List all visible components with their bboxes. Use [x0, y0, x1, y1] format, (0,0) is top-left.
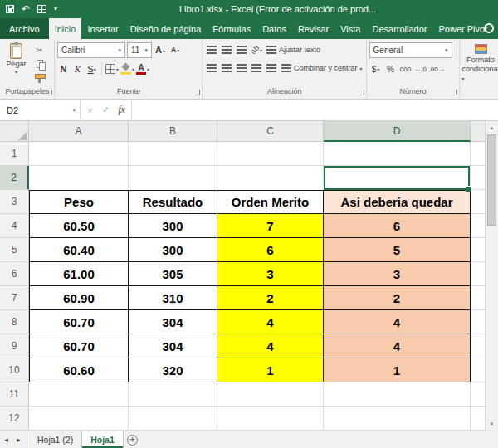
row-header-9[interactable]: 9 — [0, 334, 29, 358]
cell-C1[interactable] — [217, 142, 324, 166]
sheet-nav-right-button[interactable]: ▸ — [12, 431, 25, 448]
row-header-1[interactable]: 1 — [0, 142, 29, 166]
cell-D2-selected[interactable] — [324, 166, 471, 190]
merge-center-button[interactable]: Combinar y centrar▾ — [280, 61, 364, 75]
accounting-format-button[interactable]: $▾ — [369, 61, 383, 76]
row-header-3[interactable]: 3 — [0, 190, 29, 214]
select-all-corner[interactable] — [0, 121, 29, 142]
cell-D7[interactable]: 2 — [324, 286, 471, 310]
new-sheet-button[interactable]: + — [124, 431, 142, 448]
cell-D12[interactable] — [324, 407, 471, 431]
scrollbar-thumb[interactable] — [487, 134, 496, 226]
cell-A10[interactable]: 60.60 — [29, 358, 129, 382]
cell-B4[interactable]: 300 — [129, 214, 217, 238]
font-color-button[interactable]: A▾ — [136, 61, 149, 76]
cell-C11[interactable] — [217, 382, 324, 407]
cell-D9[interactable]: 4 — [324, 334, 471, 358]
cell-C3[interactable]: Orden Merito — [217, 190, 324, 214]
cell-B9[interactable]: 304 — [129, 334, 217, 358]
align-left-button[interactable] — [205, 61, 218, 75]
cell-C8[interactable]: 4 — [217, 310, 324, 334]
cell-D8[interactable]: 4 — [324, 310, 471, 334]
cell-C7[interactable]: 2 — [217, 286, 324, 310]
tab-inicio[interactable]: Inicio — [49, 18, 82, 39]
align-right-button[interactable] — [235, 61, 248, 75]
percent-style-button[interactable]: % — [384, 61, 398, 76]
orientation-button[interactable]: ab▾ — [250, 42, 263, 57]
formula-input[interactable] — [132, 100, 498, 120]
row-header-5[interactable]: 5 — [0, 238, 29, 262]
row-header-12[interactable]: 12 — [0, 407, 29, 431]
tab-archivo[interactable]: Archivo — [0, 18, 49, 39]
cell-A5[interactable]: 60.40 — [29, 238, 129, 262]
borders-button[interactable]: ▾ — [105, 61, 119, 76]
row-header-7[interactable]: 7 — [0, 286, 29, 310]
scroll-down-icon[interactable]: ▾ — [486, 421, 498, 427]
cell-C9[interactable]: 4 — [217, 334, 324, 358]
cell-D5[interactable]: 5 — [324, 238, 471, 262]
dialog-launcher-icon[interactable] — [46, 90, 52, 95]
cell-B11[interactable] — [129, 382, 217, 407]
cell-A4[interactable]: 60.50 — [29, 214, 129, 238]
column-header-B[interactable]: B — [129, 121, 217, 142]
align-bottom-button[interactable] — [235, 42, 248, 57]
increase-decimal-button[interactable]: ←.0 — [414, 61, 427, 76]
dialog-launcher-icon[interactable] — [359, 90, 364, 95]
paste-button[interactable]: Pegar ▾ — [2, 42, 30, 86]
name-box[interactable]: D2 ▾ — [0, 100, 81, 120]
undo-button[interactable]: ↶ — [22, 4, 30, 14]
sheet-nav-left-button[interactable]: ◂ — [0, 431, 12, 448]
column-header-D[interactable]: D — [324, 121, 471, 142]
row-header-4[interactable]: 4 — [0, 214, 29, 238]
cell-A11[interactable] — [29, 382, 129, 407]
row-header-8[interactable]: 8 — [0, 310, 29, 334]
cell-B2[interactable] — [129, 166, 217, 190]
column-header-A[interactable]: A — [29, 121, 129, 142]
enter-button[interactable]: ✓ — [98, 105, 114, 115]
decrease-decimal-button[interactable]: .00→ — [429, 61, 445, 76]
cell-A8[interactable]: 60.70 — [29, 310, 129, 334]
cell-D10[interactable]: 1 — [324, 358, 471, 382]
decrease-indent-button[interactable] — [250, 61, 263, 75]
cell-B8[interactable]: 304 — [129, 310, 217, 334]
tell-me-icon[interactable] — [484, 23, 494, 33]
align-middle-button[interactable] — [220, 42, 233, 57]
cell-A2[interactable] — [29, 166, 129, 190]
cell-C5[interactable]: 6 — [217, 238, 324, 262]
font-size-select[interactable]: 11 ▾ — [127, 42, 152, 58]
row-header-10[interactable]: 10 — [0, 358, 29, 382]
cell-A7[interactable]: 60.90 — [29, 286, 129, 310]
cell-D3[interactable]: Asi deberia quedar — [324, 190, 471, 214]
grow-font-button[interactable]: A▴ — [154, 43, 167, 58]
column-header-C[interactable]: C — [217, 121, 324, 142]
cell-A1[interactable] — [29, 142, 129, 166]
fill-color-button[interactable]: ▾ — [120, 61, 134, 76]
cell-A9[interactable]: 60.70 — [29, 334, 129, 358]
cell-B5[interactable]: 300 — [129, 238, 217, 262]
row-header-11[interactable]: 11 — [0, 382, 29, 407]
increase-indent-button[interactable] — [265, 61, 278, 75]
align-center-button[interactable] — [220, 61, 233, 75]
tab-datos[interactable]: Datos — [256, 18, 292, 39]
sheet-tab-hoja1-2[interactable]: Hoja1 (2) — [29, 431, 82, 448]
save-button[interactable] — [6, 5, 14, 13]
shrink-font-button[interactable]: A▾ — [168, 43, 182, 58]
cell-B1[interactable] — [129, 142, 217, 166]
font-name-select[interactable]: Calibri ▾ — [57, 42, 125, 58]
tab-diseno-de-pagina[interactable]: Diseño de página — [124, 18, 208, 39]
cell-C10[interactable]: 1 — [217, 358, 324, 382]
row-header-2[interactable]: 2 — [0, 166, 29, 190]
dialog-launcher-icon[interactable] — [452, 90, 457, 95]
copy-button[interactable] — [32, 57, 46, 71]
comma-style-button[interactable]: 000 — [399, 61, 413, 76]
touch-mode-button[interactable] — [37, 5, 46, 13]
cell-C2[interactable] — [217, 166, 324, 190]
format-painter-button[interactable] — [32, 71, 46, 85]
tab-desarrollador[interactable]: Desarrollador — [366, 18, 432, 39]
cell-D6[interactable]: 3 — [324, 262, 471, 286]
vertical-scrollbar[interactable]: ▴ ▾ — [485, 121, 498, 431]
scroll-up-icon[interactable]: ▴ — [486, 124, 498, 131]
dialog-launcher-icon[interactable] — [194, 90, 200, 95]
row-header-6[interactable]: 6 — [0, 262, 29, 286]
tab-insertar[interactable]: Insertar — [81, 18, 124, 39]
